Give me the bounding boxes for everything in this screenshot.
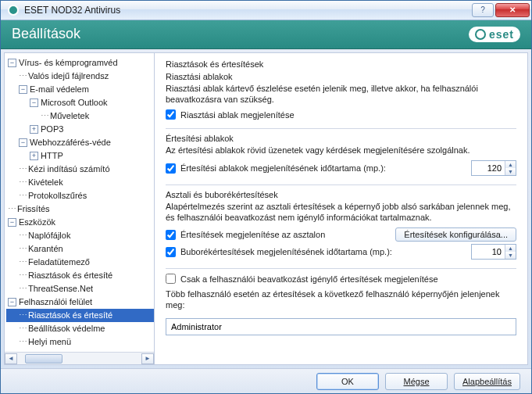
window-title: ESET NOD32 Antivirus [24,5,120,16]
tree-item-kezi[interactable]: ⋯Kézi indítású számító [6,163,154,176]
logo-ring-icon [475,29,486,40]
tree-panel: −Vírus- és kémprogramvéd ⋯Valós idejű fá… [5,53,155,364]
group-alert-title: Riasztási ablakok [166,72,516,81]
tree-item-pop3[interactable]: +POP3 [6,123,154,136]
checkbox-desktop-notif[interactable] [166,230,176,240]
checkbox-only-interaction[interactable] [166,274,176,284]
checkbox-desktop-notif-row[interactable]: Értesítések megjelenítése az asztalon [166,230,325,240]
tree-item-outlook[interactable]: −Microsoft Outlook [6,96,154,109]
settings-tree[interactable]: −Vírus- és kémprogramvéd ⋯Valós idejű fá… [5,53,154,352]
spin-up-icon[interactable]: ▲ [505,245,516,252]
checkbox-desktop-notif-label: Értesítések megjelenítése az asztalon [180,230,325,239]
app-icon [7,4,20,16]
checkbox-balloon-duration-row[interactable]: Buborékértesítések megjelenítésének időt… [166,247,392,257]
checkbox-only-interaction-label: Csak a felhasználói beavatkozást igénylő… [180,274,438,284]
tree-item-ui[interactable]: −Felhasználói felület [6,296,154,309]
help-button[interactable]: ? [472,3,494,17]
spin-down-icon[interactable]: ▼ [505,252,516,259]
content-panel: Riasztások és értesítések Riasztási abla… [155,53,527,364]
checkbox-notif-duration-label: Értesítési ablakok megjelenítésének időt… [180,163,386,173]
checkbox-notif-duration[interactable] [166,163,176,174]
button-configure-notifications[interactable]: Értesítések konfigurálása... [395,227,516,242]
group-desktop-desc: Alapértelmezés szerint az asztali értesí… [166,201,516,223]
checkbox-alert-window[interactable] [166,109,176,120]
checkbox-only-interaction-row[interactable]: Csak a felhasználói beavatkozást igénylő… [166,274,516,284]
tree-item-karanten[interactable]: ⋯Karantén [6,242,154,256]
checkbox-alert-window-row[interactable]: Riasztási ablak megjelenítése [166,109,516,120]
tree-item-realtime[interactable]: ⋯Valós idejű fájlrendsz [6,70,154,83]
group-alert-desc: Riasztási ablak kártevő észlelése esetén… [166,83,516,105]
tree-item-beallitasok-vedelme[interactable]: ⋯Beállítások védelme [6,322,154,335]
page-title: Riasztások és értesítések [166,59,516,69]
svg-point-0 [9,5,18,15]
group-desktop-title: Asztali és buborékértesítések [166,190,516,199]
spin-down-icon[interactable]: ▼ [505,168,516,175]
tree-item-muveletek[interactable]: ⋯Műveletek [6,109,154,123]
multi-user-desc: Több felhasználó esetén az értesítések a… [166,288,516,310]
logo-text: eset [489,28,514,41]
scroll-left-icon[interactable]: ◄ [5,353,17,364]
checkbox-alert-window-label: Riasztási ablak megjelenítése [180,110,295,120]
header-banner: Beállítások eset [1,20,531,49]
input-balloon-duration[interactable] [472,245,505,259]
tree-item-frissites[interactable]: ⋯Frissítés [6,202,154,216]
default-button[interactable]: Alapbeállítás [454,373,520,390]
spin-up-icon[interactable]: ▲ [505,161,516,168]
tree-item-kivetelek[interactable]: ⋯Kivételek [6,176,154,189]
ok-button[interactable]: OK [316,373,379,390]
spinner-balloon-duration[interactable]: ▲▼ [471,244,516,260]
close-button[interactable]: ✕ [495,3,530,17]
tree-item-riasztasok-ui[interactable]: ⋯Riasztások és értesíté [6,309,154,322]
input-notif-duration[interactable] [472,161,505,175]
tree-item-http[interactable]: +HTTP [6,149,154,163]
scroll-thumb[interactable] [25,354,62,364]
scroll-right-icon[interactable]: ► [141,353,154,364]
spinner-notif-duration[interactable]: ▲▼ [471,160,516,176]
tree-item-naplo[interactable]: ⋯Naplófájlok [6,229,154,242]
dialog-footer: OK Mégse Alapbeállítás [1,368,531,393]
eset-logo: eset [469,27,520,42]
tree-item-virus[interactable]: −Vírus- és kémprogramvéd [6,56,154,70]
checkbox-balloon-duration-label: Buborékértesítések megjelenítésének időt… [180,247,392,256]
tree-item-feladat[interactable]: ⋯Feladatütemező [6,256,154,269]
input-user[interactable] [166,318,516,335]
checkbox-balloon-duration[interactable] [166,247,176,257]
tree-item-threatsense[interactable]: ⋯ThreatSense.Net [6,282,154,296]
titlebar: ESET NOD32 Antivirus ? ✕ [1,1,531,20]
tree-horizontal-scrollbar[interactable]: ◄ ► [5,352,154,364]
tree-item-eszkozok[interactable]: −Eszközök [6,216,154,229]
tree-item-protokoll[interactable]: ⋯Protokollszűrés [6,189,154,202]
checkbox-notif-duration-row[interactable]: Értesítési ablakok megjelenítésének időt… [166,163,386,174]
tree-item-web[interactable]: −Webhozzáférés-véde [6,136,154,149]
tree-item-helyi-menu[interactable]: ⋯Helyi menü [6,335,154,349]
group-notif-title: Értesítési ablakok [166,134,516,143]
tree-item-riasztasok[interactable]: ⋯Riasztások és értesíté [6,269,154,282]
banner-title: Beállítások [12,26,80,42]
cancel-button[interactable]: Mégse [385,373,448,390]
tree-item-email[interactable]: −E-mail védelem [6,83,154,96]
group-notif-desc: Az értesítési ablakok rövid üzenetek vag… [166,145,516,156]
